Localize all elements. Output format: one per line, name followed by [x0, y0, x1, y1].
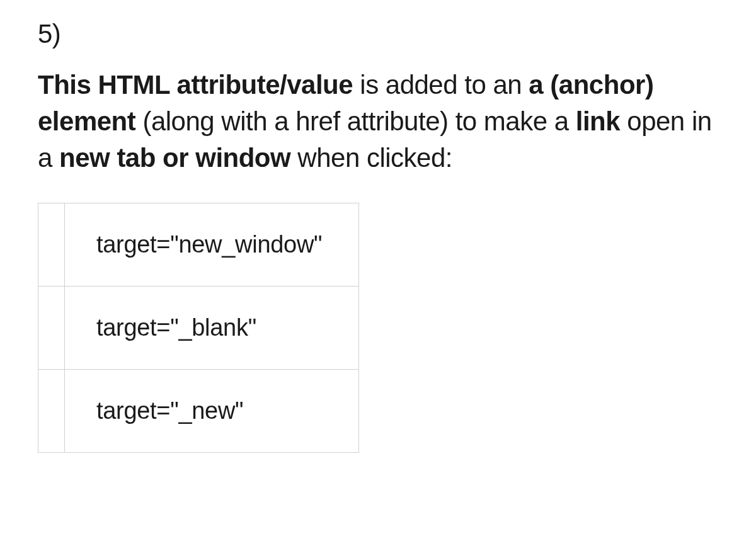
option-label: target="new_window": [65, 203, 359, 286]
prompt-segment: This HTML attribute/value: [38, 70, 353, 100]
option-handle[interactable]: [38, 286, 65, 369]
option-label: target="_new": [65, 369, 359, 452]
option-row[interactable]: target="new_window": [38, 203, 359, 286]
question-prompt: This HTML attribute/value is added to an…: [38, 67, 718, 176]
prompt-segment: link: [576, 106, 620, 136]
option-row[interactable]: target="_blank": [38, 286, 359, 369]
option-label: target="_blank": [65, 286, 359, 369]
prompt-segment: is added to an: [353, 70, 529, 100]
prompt-segment: when clicked:: [290, 143, 452, 173]
prompt-segment: (along with a href attribute) to make a: [135, 106, 576, 136]
prompt-segment: new tab or window: [59, 143, 290, 173]
option-row[interactable]: target="_new": [38, 369, 359, 452]
question-number: 5): [38, 19, 718, 49]
option-handle[interactable]: [38, 369, 65, 452]
options-table: target="new_window"target="_blank"target…: [38, 203, 359, 453]
option-handle[interactable]: [38, 203, 65, 286]
